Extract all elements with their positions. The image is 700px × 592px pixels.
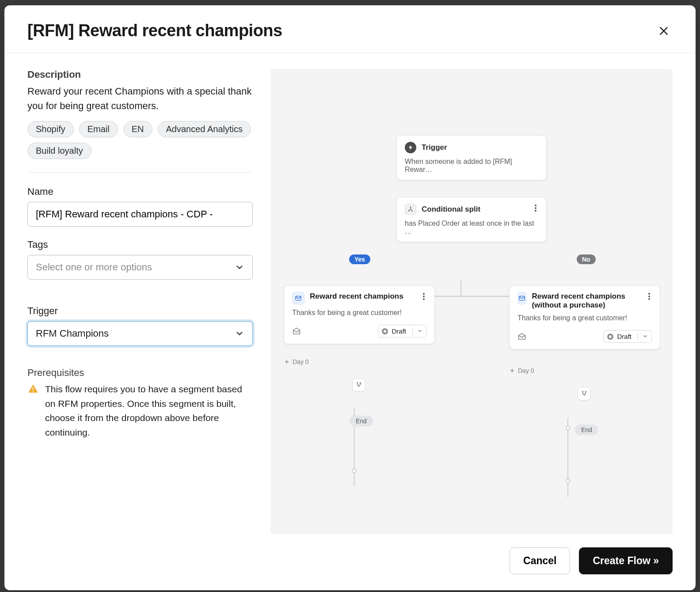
chip-en: EN <box>123 121 152 137</box>
bolt-icon <box>405 142 416 153</box>
name-field: Name <box>27 186 253 227</box>
trigger-node-sub: When someone is added to [RFM] Rewar… <box>405 158 538 174</box>
trigger-select[interactable]: RFM Champions <box>27 321 253 346</box>
email-open-icon <box>292 327 301 336</box>
svg-point-25 <box>423 298 425 300</box>
prerequisites-row: This flow requires you to have a segment… <box>27 382 253 440</box>
flow-preview-canvas: Trigger When someone is added to [RFM] R… <box>270 69 673 534</box>
svg-rect-1 <box>33 391 34 391</box>
email-yes-status-dropdown[interactable]: Draft <box>378 325 426 338</box>
email-no-title: Reward recent champions (without a purch… <box>532 292 652 310</box>
split-node-sub: has Placed Order at least once in the la… <box>405 220 538 235</box>
sparkle-icon <box>284 359 290 365</box>
name-label: Name <box>27 186 253 197</box>
email-yes-day-label: Day 0 <box>284 358 309 365</box>
modal-body: Description Reward your recent Champions… <box>4 53 696 534</box>
trigger-field: Trigger RFM Champions <box>27 305 253 346</box>
merge-icon <box>352 378 365 391</box>
branch-yes-pill: Yes <box>349 254 370 264</box>
modal-header: [RFM] Reward recent champions <box>4 5 696 53</box>
email-icon <box>292 292 304 304</box>
svg-point-29 <box>648 298 650 300</box>
email-icon <box>517 292 526 304</box>
svg-point-23 <box>423 293 425 295</box>
svg-point-13 <box>566 426 570 431</box>
email-no-preview: Thanks for being a great customer! <box>517 314 652 322</box>
end-pill-yes: End <box>350 416 373 426</box>
close-icon <box>658 25 670 37</box>
email-no-status-dropdown[interactable]: Draft <box>603 330 652 343</box>
chip-build-loyalty: Build loyalty <box>27 143 91 159</box>
chip-shopify: Shopify <box>27 121 74 137</box>
status-dot-icon <box>607 334 613 340</box>
svg-point-28 <box>648 296 650 297</box>
email-no-day-label: Day 0 <box>509 367 534 374</box>
modal-footer: Cancel Create Flow » <box>4 534 696 590</box>
chevron-down-icon <box>235 262 244 272</box>
prerequisites-label: Prerequisites <box>27 367 253 379</box>
split-icon <box>405 204 416 215</box>
flow-email-no-node[interactable]: Reward recent champions (without a purch… <box>509 285 660 349</box>
svg-point-17 <box>412 210 413 211</box>
svg-point-27 <box>648 293 650 295</box>
merge-icon <box>578 387 591 400</box>
email-no-menu-button[interactable] <box>645 292 654 301</box>
email-yes-status: Draft <box>392 327 406 335</box>
modal-title: [RFM] Reward recent champions <box>27 21 282 40</box>
flow-split-node[interactable]: Conditional split has Placed Order at le… <box>396 197 547 242</box>
svg-point-19 <box>535 205 536 206</box>
flow-template-modal: [RFM] Reward recent champions Descriptio… <box>4 5 696 590</box>
chevron-down-icon <box>412 327 422 335</box>
flow-email-yes-node[interactable]: Reward recent champions Thanks for being… <box>284 285 435 344</box>
flow-trigger-node[interactable]: Trigger When someone is added to [RFM] R… <box>396 135 547 180</box>
email-yes-preview: Thanks for being a great customer! <box>292 309 426 317</box>
end-pill-no: End <box>575 425 598 435</box>
tags-field: Tags Select one or more options <box>27 239 253 280</box>
sparkle-icon <box>509 368 515 374</box>
chip-advanced-analytics: Advanced Analytics <box>158 121 251 137</box>
prerequisites-text: This flow requires you to have a segment… <box>45 382 253 440</box>
split-node-title: Conditional split <box>422 205 480 214</box>
tags-placeholder: Select one or more options <box>36 262 152 273</box>
tags-select[interactable]: Select one or more options <box>27 255 253 280</box>
description-text: Reward your recent Champions with a spec… <box>27 84 253 113</box>
chevron-down-icon <box>638 333 648 340</box>
svg-point-16 <box>408 210 409 211</box>
trigger-value: RFM Champions <box>36 328 109 339</box>
svg-point-21 <box>535 210 536 212</box>
branch-no-pill: No <box>577 254 596 264</box>
svg-point-18 <box>410 207 411 208</box>
description-label: Description <box>27 69 253 80</box>
chip-email: Email <box>79 121 118 137</box>
svg-point-15 <box>566 479 570 484</box>
svg-point-14 <box>353 469 356 473</box>
chevron-down-icon <box>235 329 244 338</box>
trigger-node-title: Trigger <box>422 143 447 152</box>
close-button[interactable] <box>655 22 673 40</box>
name-input[interactable] <box>27 202 253 227</box>
tags-label: Tags <box>27 239 253 250</box>
email-yes-title: Reward recent champions <box>310 292 403 301</box>
status-dot-icon <box>382 328 388 334</box>
svg-point-20 <box>535 207 536 209</box>
trigger-label: Trigger <box>27 305 253 317</box>
email-open-icon <box>517 332 526 341</box>
cancel-button[interactable]: Cancel <box>510 547 570 574</box>
svg-point-24 <box>423 296 425 297</box>
svg-rect-0 <box>33 387 34 390</box>
email-no-status: Draft <box>617 333 632 340</box>
create-flow-button[interactable]: Create Flow » <box>579 547 673 574</box>
left-pane: Description Reward your recent Champions… <box>27 69 253 534</box>
split-node-menu-button[interactable] <box>531 204 540 213</box>
warning-icon <box>27 383 39 395</box>
email-yes-menu-button[interactable] <box>419 292 428 301</box>
tag-chips: Shopify Email EN Advanced Analytics Buil… <box>27 121 253 173</box>
